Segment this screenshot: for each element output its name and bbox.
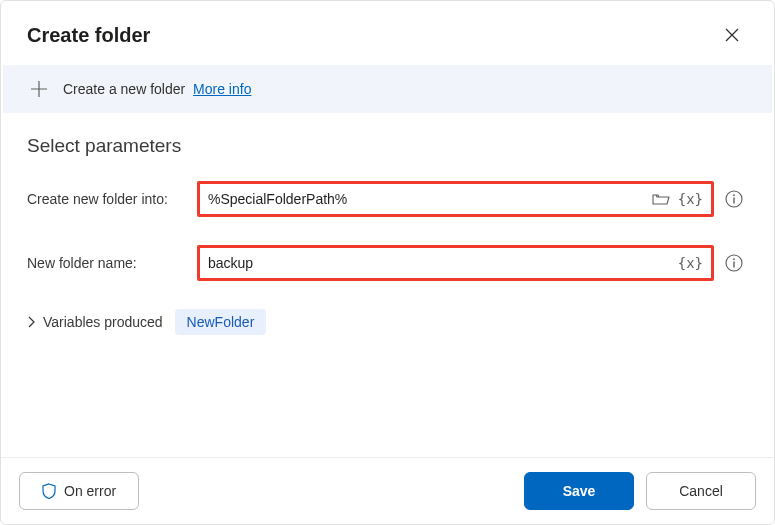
dialog-title: Create folder	[27, 24, 150, 47]
cancel-button[interactable]: Cancel	[646, 472, 756, 510]
folder-into-input[interactable]	[208, 191, 652, 207]
folder-into-field[interactable]: {x}	[197, 181, 714, 217]
variables-produced-toggle[interactable]: Variables produced	[27, 314, 163, 330]
shield-icon	[42, 483, 56, 499]
svg-rect-2	[733, 198, 734, 204]
chevron-right-icon	[27, 316, 35, 328]
create-folder-dialog: Create folder Create a new folder More i…	[0, 0, 775, 525]
variable-picker-icon[interactable]: {x}	[678, 255, 703, 271]
on-error-label: On error	[64, 483, 116, 499]
param-row-folder-name: New folder name: {x}	[27, 245, 748, 281]
dialog-footer: On error Save Cancel	[1, 457, 774, 524]
info-icon-folder-into[interactable]	[720, 190, 748, 208]
dialog-body: Select parameters Create new folder into…	[1, 113, 774, 457]
info-bar: Create a new folder More info	[3, 65, 772, 113]
folder-name-field[interactable]: {x}	[197, 245, 714, 281]
info-bar-text: Create a new folder More info	[63, 81, 251, 97]
svg-point-4	[733, 258, 735, 260]
dialog-header: Create folder	[1, 1, 774, 65]
param-label-folder-name: New folder name:	[27, 255, 197, 271]
param-label-folder-into: Create new folder into:	[27, 191, 197, 207]
svg-rect-5	[733, 262, 734, 268]
folder-name-input[interactable]	[208, 255, 678, 271]
param-row-folder-into: Create new folder into: {x}	[27, 181, 748, 217]
browse-folder-icon[interactable]	[652, 192, 670, 206]
variables-produced-label: Variables produced	[43, 314, 163, 330]
svg-point-1	[733, 194, 735, 196]
variable-picker-icon[interactable]: {x}	[678, 191, 703, 207]
on-error-button[interactable]: On error	[19, 472, 139, 510]
info-icon-folder-name[interactable]	[720, 254, 748, 272]
section-title: Select parameters	[27, 135, 748, 157]
variables-produced-row: Variables produced NewFolder	[27, 309, 748, 335]
save-button[interactable]: Save	[524, 472, 634, 510]
footer-right: Save Cancel	[524, 472, 756, 510]
more-info-link[interactable]: More info	[193, 81, 251, 97]
variable-chip-newfolder[interactable]: NewFolder	[175, 309, 267, 335]
plus-icon	[29, 79, 49, 99]
info-bar-desc: Create a new folder	[63, 81, 185, 97]
close-icon	[725, 28, 739, 42]
close-button[interactable]	[716, 19, 748, 51]
